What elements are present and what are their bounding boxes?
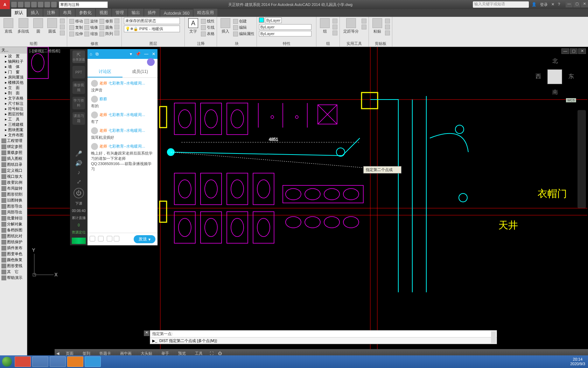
tree-item[interactable]: ▸ 图层控制	[0, 111, 27, 117]
chat-homework-button[interactable]: 课后习题	[72, 112, 85, 125]
close-icon[interactable]: ✕	[581, 2, 588, 7]
tool-item[interactable]: 图形变线	[0, 263, 27, 269]
tool-item[interactable]: 图变单色	[0, 251, 27, 257]
tool-item[interactable]: 插件发布	[0, 245, 27, 251]
compass-east[interactable]: 东	[568, 73, 574, 80]
tree-item[interactable]: ▸ 剖 面	[0, 90, 27, 96]
chat-close-icon[interactable]: ✕	[152, 52, 155, 56]
tool-item[interactable]: 绑定参照	[0, 144, 27, 150]
ribbon-tab-view[interactable]: 视图	[96, 9, 111, 17]
end-class-button[interactable]: ⏻	[74, 188, 84, 198]
ribbon-tab-output[interactable]: 输出	[128, 9, 144, 17]
ribbon-tab-a360[interactable]: Autodesk 360	[160, 10, 193, 17]
vb-fullscreen-icon[interactable]: ⛶	[208, 351, 215, 355]
polyline-button[interactable]: 多段线	[16, 18, 30, 35]
tool-item[interactable]: 分解对象	[0, 221, 27, 227]
tool-item[interactable]: 工程管理	[0, 138, 27, 144]
left-panel-header[interactable]: 天...	[0, 47, 27, 54]
tool-item[interactable]: 改变比例	[0, 179, 27, 185]
qat-new-icon[interactable]	[11, 2, 17, 7]
tree-item[interactable]: ▸ 文件布图	[0, 132, 27, 138]
compass-north[interactable]: 北	[552, 57, 558, 65]
cmdline-scrollbar[interactable]	[491, 331, 496, 343]
tool-item[interactable]: 颜色恢复	[0, 257, 27, 263]
taskbar-item-app1[interactable]	[50, 356, 66, 367]
color-combo[interactable]: ByLayer	[265, 18, 282, 23]
chat-tab-members[interactable]: 成员(11)	[122, 65, 158, 77]
table-button[interactable]: 表格	[201, 31, 215, 36]
ribbon-tab-parametric[interactable]: 参数化	[76, 9, 95, 17]
tool-item[interactable]: 批量转旧	[0, 215, 27, 221]
rect-button[interactable]	[60, 19, 65, 23]
tool-item[interactable]: 定义视口	[0, 168, 27, 173]
prev-page-icon[interactable]: ◀	[55, 351, 61, 356]
scale-button[interactable]: 缩放	[84, 31, 98, 36]
circle-button[interactable]: 圆	[32, 18, 44, 35]
tree-item[interactable]: ▸ 图块图案	[0, 127, 27, 132]
viewcube[interactable]: 北 南 东 西 WCS	[536, 57, 574, 96]
lineweight-combo[interactable]: ByLayer	[259, 24, 312, 30]
maximize-icon[interactable]: ▢	[573, 2, 580, 7]
chat-message-list[interactable]: 老师七彩教育--水电暖周...没声音蔡蔡有的老师七彩教育--水电暖周...有了老…	[88, 78, 158, 233]
arc-button[interactable]: 圆弧	[46, 18, 58, 35]
tool-item[interactable]: 图纸比对	[0, 233, 27, 239]
tree-item[interactable]: ▸ 符号标注	[0, 106, 27, 111]
text-button[interactable]: A文字	[187, 18, 200, 35]
qat-save-icon[interactable]	[24, 2, 30, 7]
tree-item[interactable]: ▸ 设 置	[0, 54, 27, 59]
taskbar-item-pdf[interactable]	[67, 356, 83, 367]
fillet-button[interactable]: 圆角	[99, 25, 113, 30]
taskbar-item-autocad[interactable]	[15, 356, 31, 367]
mirror-button[interactable]: 镜像	[84, 25, 98, 30]
qat-redo-icon[interactable]	[51, 2, 57, 7]
ribbon-tab-insert[interactable]: 插入	[27, 9, 43, 17]
paste-button[interactable]: 粘贴	[371, 18, 384, 35]
navigation-bar[interactable]	[578, 110, 586, 208]
color-swatch[interactable]	[259, 18, 264, 22]
ribbon-tab-featured[interactable]: 精选应用	[194, 9, 217, 17]
viewcube-top-face[interactable]	[547, 69, 562, 84]
send-button[interactable]: 发送 ▾	[134, 235, 155, 243]
music-icon[interactable]: ♪	[77, 169, 80, 176]
block-icon[interactable]	[114, 236, 119, 241]
tool-item[interactable]: 图纸保护	[0, 239, 27, 245]
tree-item[interactable]: ▸ 三维建模	[0, 122, 27, 127]
tool-item[interactable]: 布局旋转	[0, 185, 27, 191]
tool-item[interactable]: 旧图转换	[0, 197, 27, 203]
chat-titlebar[interactable]: ⌂ ⧉ ▾ 📌 — ✕	[88, 49, 158, 59]
ribbon-tab-annotate[interactable]: 注释	[43, 9, 59, 17]
ribbon-tab-default[interactable]: 默认	[11, 9, 27, 17]
chat-material-button[interactable]: 学习资料	[72, 97, 85, 109]
chat-minimize-icon[interactable]: —	[144, 52, 148, 56]
edit-attr-button[interactable]: 编辑属性	[233, 31, 254, 36]
chat-window[interactable]: ⇱分享屏幕 PPT 播放视频 学习资料 课后习题 🎤 🔊 ♪ ⤢ ⏻ 下课 00…	[70, 49, 158, 245]
measure-button[interactable]: 定距等分	[342, 18, 360, 35]
group-button[interactable]: 组	[318, 18, 331, 35]
chat-notify-badge[interactable]	[147, 58, 155, 66]
ribbon-tab-manage[interactable]: 管理	[112, 9, 127, 17]
expand-icon[interactable]: ⤢	[77, 178, 81, 185]
line-button[interactable]: 直线	[2, 18, 15, 35]
layer-state-combo[interactable]: 未保存的图层状态	[124, 18, 180, 24]
chat-video-button[interactable]: 播放视频	[72, 81, 85, 94]
offset-button[interactable]	[114, 25, 119, 29]
create-block-button[interactable]: 创建	[233, 19, 254, 24]
mic-icon[interactable]: 🎤	[75, 150, 82, 157]
tool-item[interactable]: 重载参照	[0, 150, 27, 156]
chat-pin-icon[interactable]: 📌	[135, 52, 141, 56]
array-button[interactable]: 阵列	[99, 31, 113, 36]
ribbon-tab-layout[interactable]: 布局	[59, 9, 75, 17]
speaker-icon[interactable]: 🔊	[75, 160, 82, 166]
linetype-combo[interactable]: ByLayer	[259, 31, 312, 36]
cmdline-close-icon[interactable]: ✕	[144, 330, 149, 336]
help-search-input[interactable]: 输入关键字或短语	[473, 1, 529, 8]
tool-item[interactable]: 图形导出	[0, 203, 27, 209]
signin-label[interactable]: 登录	[540, 2, 548, 7]
app-menu-button[interactable]: A	[0, 0, 10, 9]
tree-item[interactable]: ▸ 房间屋顶	[0, 75, 27, 80]
command-line[interactable]: ✕ 指定第一点: ▶_DIST 指定第二个点或 [多个点(M)]:	[150, 330, 497, 344]
share-screen-button[interactable]: ⇱分享屏幕	[72, 50, 85, 63]
signin-icon[interactable]: 👤	[532, 2, 537, 7]
qat-open-icon[interactable]	[18, 2, 23, 7]
ribbon-tab-addins[interactable]: 插件	[144, 9, 160, 17]
